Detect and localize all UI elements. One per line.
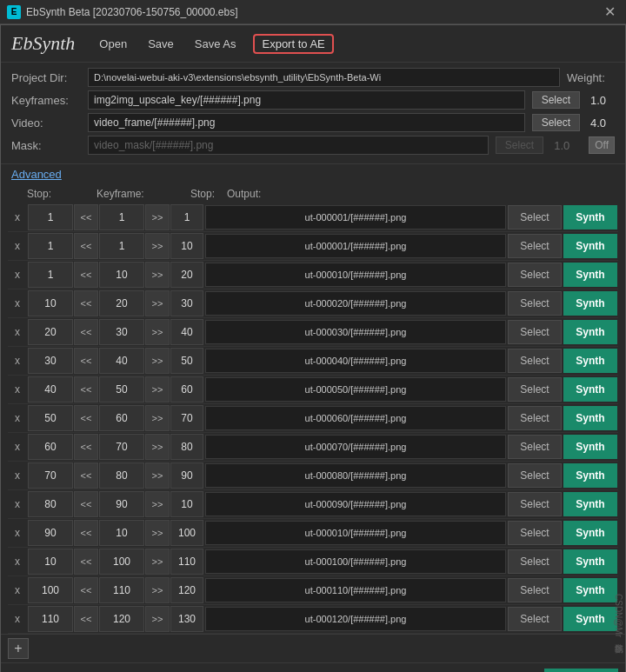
row-select-button-7[interactable]: Select [508,406,562,430]
menu-save-as[interactable]: Save As [191,36,240,52]
row-left-arrow-6[interactable]: << [74,376,98,403]
row-stop1-9[interactable]: 70 [28,462,73,489]
row-right-arrow-9[interactable]: >> [145,462,170,489]
row-stop2-7[interactable]: 70 [170,405,203,431]
row-x-12[interactable]: x [8,549,27,575]
row-x-4[interactable]: x [8,319,27,345]
row-right-arrow-1[interactable]: >> [145,233,170,259]
keyframes-select-button[interactable]: Select [532,91,580,109]
row-right-arrow-8[interactable]: >> [145,434,170,460]
row-stop2-5[interactable]: 50 [170,348,203,374]
row-x-1[interactable]: x [8,233,27,259]
row-stop1-5[interactable]: 30 [28,348,73,374]
row-right-arrow-13[interactable]: >> [145,577,170,603]
row-stop2-8[interactable]: 80 [170,434,203,460]
row-select-button-2[interactable]: Select [508,263,562,287]
row-select-button-3[interactable]: Select [508,291,562,316]
row-select-button-5[interactable]: Select [508,349,562,373]
row-stop2-4[interactable]: 40 [170,319,203,345]
row-keyframe-3[interactable]: 20 [99,290,144,316]
row-x-10[interactable]: x [8,491,27,517]
row-right-arrow-12[interactable]: >> [145,549,170,575]
row-select-button-10[interactable]: Select [508,492,562,516]
row-keyframe-6[interactable]: 50 [99,376,144,403]
row-select-button-4[interactable]: Select [508,320,562,344]
row-left-arrow-13[interactable]: << [74,577,98,603]
mask-off-button[interactable]: Off [589,136,615,154]
row-synth-button-6[interactable]: Synth [563,377,617,402]
row-select-button-0[interactable]: Select [508,205,562,230]
row-select-button-13[interactable]: Select [508,578,562,602]
row-x-8[interactable]: x [8,434,27,460]
row-synth-button-12[interactable]: Synth [563,549,617,574]
row-stop1-1[interactable]: 1 [28,233,73,259]
row-keyframe-4[interactable]: 30 [99,319,144,345]
row-x-13[interactable]: x [8,577,27,603]
row-synth-button-1[interactable]: Synth [563,234,617,258]
row-stop1-2[interactable]: 1 [28,262,73,288]
menu-save[interactable]: Save [144,36,177,52]
row-select-button-1[interactable]: Select [508,234,562,258]
row-x-5[interactable]: x [8,348,27,374]
row-synth-button-10[interactable]: Synth [563,492,617,516]
add-row-button[interactable]: + [8,638,29,659]
row-left-arrow-4[interactable]: << [74,319,98,345]
row-stop1-7[interactable]: 50 [28,405,73,431]
row-keyframe-1[interactable]: 1 [99,233,144,259]
row-right-arrow-2[interactable]: >> [145,262,170,288]
row-keyframe-8[interactable]: 70 [99,434,144,460]
row-left-arrow-12[interactable]: << [74,549,98,575]
row-left-arrow-10[interactable]: << [74,491,98,517]
row-right-arrow-7[interactable]: >> [145,405,170,431]
row-right-arrow-0[interactable]: >> [145,204,170,230]
row-right-arrow-10[interactable]: >> [145,491,170,517]
row-stop2-9[interactable]: 90 [170,462,203,489]
row-stop2-13[interactable]: 120 [170,577,203,603]
menu-open[interactable]: Open [96,36,130,52]
row-right-arrow-3[interactable]: >> [145,290,170,316]
row-right-arrow-14[interactable]: >> [145,606,170,632]
row-synth-button-3[interactable]: Synth [563,291,617,316]
row-stop2-2[interactable]: 20 [170,262,203,288]
row-x-2[interactable]: x [8,262,27,288]
row-stop2-14[interactable]: 130 [170,606,203,632]
row-synth-button-7[interactable]: Synth [563,406,617,430]
row-synth-button-4[interactable]: Synth [563,320,617,344]
row-right-arrow-4[interactable]: >> [145,319,170,345]
row-stop2-12[interactable]: 110 [170,549,203,575]
run-all-button[interactable]: Run All [544,669,618,672]
row-synth-button-2[interactable]: Synth [563,263,617,287]
close-button[interactable]: ✕ [601,3,619,20]
row-keyframe-12[interactable]: 100 [99,549,144,575]
row-synth-button-5[interactable]: Synth [563,349,617,373]
row-keyframe-10[interactable]: 90 [99,491,144,517]
row-select-button-14[interactable]: Select [508,607,562,631]
row-stop1-13[interactable]: 100 [28,577,73,603]
row-left-arrow-5[interactable]: << [74,348,98,374]
row-left-arrow-0[interactable]: << [74,204,98,230]
row-synth-button-14[interactable]: Synth [563,607,617,631]
row-synth-button-13[interactable]: Synth [563,578,617,602]
row-keyframe-7[interactable]: 60 [99,405,144,431]
row-stop1-14[interactable]: 110 [28,606,73,632]
row-stop1-10[interactable]: 80 [28,491,73,517]
row-stop1-11[interactable]: 90 [28,520,73,546]
row-left-arrow-2[interactable]: << [74,262,98,288]
row-right-arrow-11[interactable]: >> [145,520,170,546]
row-stop1-6[interactable]: 40 [28,376,73,403]
row-left-arrow-11[interactable]: << [74,520,98,546]
row-stop2-3[interactable]: 30 [170,290,203,316]
row-stop1-3[interactable]: 10 [28,290,73,316]
row-synth-button-9[interactable]: Synth [563,463,617,488]
row-keyframe-13[interactable]: 110 [99,577,144,603]
row-stop2-11[interactable]: 100 [170,520,203,546]
row-stop2-10[interactable]: 10 [170,491,203,517]
row-select-button-9[interactable]: Select [508,463,562,488]
row-keyframe-11[interactable]: 10 [99,520,144,546]
row-select-button-12[interactable]: Select [508,549,562,574]
row-stop2-1[interactable]: 10 [170,233,203,259]
row-stop1-0[interactable]: 1 [28,204,73,230]
row-stop2-6[interactable]: 60 [170,376,203,403]
row-stop1-12[interactable]: 10 [28,549,73,575]
row-x-14[interactable]: x [8,606,27,632]
